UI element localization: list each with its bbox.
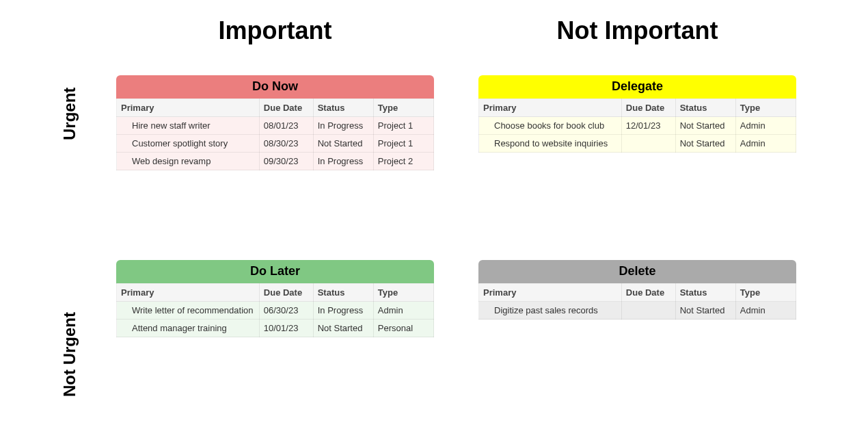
col-primary: Primary xyxy=(117,99,260,117)
quadrant-title: Delete xyxy=(478,260,796,283)
cell-due-date: 09/30/23 xyxy=(259,153,313,170)
row-header-not-urgent: Not Urgent xyxy=(60,312,79,397)
table-row: Attend manager training 10/01/23 Not Sta… xyxy=(117,320,434,337)
column-header-not-important: Not Important xyxy=(478,16,796,45)
table-row: Customer spotlight story 08/30/23 Not St… xyxy=(117,135,434,153)
table-row: Hire new staff writer 08/01/23 In Progre… xyxy=(117,117,434,135)
quadrant-do-now: Do Now Primary Due Date Status Type Hire… xyxy=(116,75,434,170)
cell-primary: Customer spotlight story xyxy=(117,135,260,153)
col-status: Status xyxy=(313,284,373,302)
table-do-later: Primary Due Date Status Type Write lette… xyxy=(116,283,434,337)
cell-status: In Progress xyxy=(313,302,373,320)
cell-type: Admin xyxy=(373,302,433,320)
col-status: Status xyxy=(313,99,373,117)
cell-status: In Progress xyxy=(313,153,373,170)
table-row: Digitize past sales records Not Started … xyxy=(479,302,796,320)
cell-status: Not Started xyxy=(675,302,735,320)
col-primary: Primary xyxy=(479,99,622,117)
quadrant-do-later: Do Later Primary Due Date Status Type Wr… xyxy=(116,260,434,337)
col-due-date: Due Date xyxy=(621,99,675,117)
cell-primary: Choose books for book club xyxy=(479,117,622,135)
col-status: Status xyxy=(675,99,735,117)
cell-type: Project 1 xyxy=(373,135,433,153)
table-delegate: Primary Due Date Status Type Choose book… xyxy=(478,99,796,153)
cell-primary: Respond to website inquiries xyxy=(479,135,622,153)
quadrant-title: Delegate xyxy=(478,75,796,99)
col-primary: Primary xyxy=(117,284,260,302)
cell-type: Project 1 xyxy=(373,117,433,135)
cell-type: Admin xyxy=(735,135,796,153)
col-due-date: Due Date xyxy=(621,284,675,302)
column-header-important: Important xyxy=(116,16,434,45)
cell-primary: Write letter of recommendation xyxy=(117,302,260,320)
cell-due-date: 06/30/23 xyxy=(259,302,313,320)
cell-type: Project 2 xyxy=(373,153,433,170)
cell-due-date xyxy=(621,302,675,320)
cell-due-date: 12/01/23 xyxy=(621,117,675,135)
table-row: Web design revamp 09/30/23 In Progress P… xyxy=(117,153,434,170)
table-do-now: Primary Due Date Status Type Hire new st… xyxy=(116,99,434,170)
col-type: Type xyxy=(735,99,796,117)
col-type: Type xyxy=(735,284,796,302)
table-row: Write letter of recommendation 06/30/23 … xyxy=(117,302,434,320)
quadrant-delegate: Delegate Primary Due Date Status Type Ch… xyxy=(478,75,796,153)
cell-status: In Progress xyxy=(313,117,373,135)
cell-due-date xyxy=(621,135,675,153)
cell-primary: Web design revamp xyxy=(117,153,260,170)
col-due-date: Due Date xyxy=(259,284,313,302)
table-row: Respond to website inquiries Not Started… xyxy=(479,135,796,153)
cell-due-date: 08/01/23 xyxy=(259,117,313,135)
cell-status: Not Started xyxy=(313,135,373,153)
col-type: Type xyxy=(373,99,433,117)
quadrant-title: Do Now xyxy=(116,75,434,99)
cell-primary: Hire new staff writer xyxy=(117,117,260,135)
cell-primary: Attend manager training xyxy=(117,320,260,337)
col-status: Status xyxy=(675,284,735,302)
quadrant-delete: Delete Primary Due Date Status Type Digi… xyxy=(478,260,796,320)
col-type: Type xyxy=(373,284,433,302)
cell-type: Admin xyxy=(735,302,796,320)
table-delete: Primary Due Date Status Type Digitize pa… xyxy=(478,283,796,320)
quadrant-title: Do Later xyxy=(116,260,434,283)
cell-status: Not Started xyxy=(313,320,373,337)
row-header-urgent: Urgent xyxy=(60,88,79,140)
cell-primary: Digitize past sales records xyxy=(479,302,622,320)
col-due-date: Due Date xyxy=(259,99,313,117)
table-row: Choose books for book club 12/01/23 Not … xyxy=(479,117,796,135)
cell-status: Not Started xyxy=(675,135,735,153)
cell-due-date: 10/01/23 xyxy=(259,320,313,337)
col-primary: Primary xyxy=(479,284,622,302)
cell-type: Admin xyxy=(735,117,796,135)
cell-status: Not Started xyxy=(675,117,735,135)
cell-due-date: 08/30/23 xyxy=(259,135,313,153)
cell-type: Personal xyxy=(373,320,433,337)
